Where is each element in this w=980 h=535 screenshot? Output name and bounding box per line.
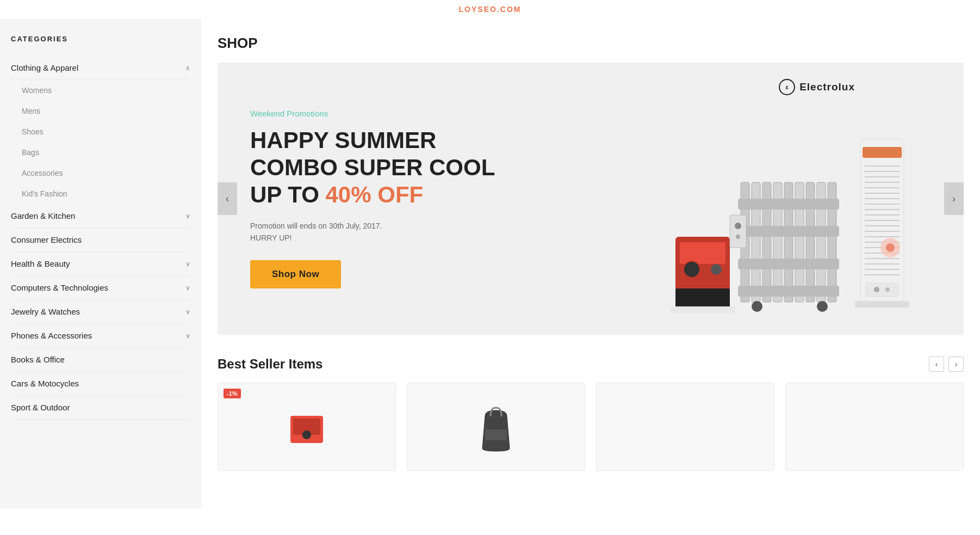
svg-point-24 <box>817 301 828 312</box>
top-bar: LOYSEO.COM <box>0 0 980 19</box>
carousel-arrow-left[interactable]: ‹ <box>218 182 237 215</box>
sub-item-shoes[interactable]: Shoes <box>22 121 190 142</box>
sidebar-item-sport-outdoor[interactable]: Sport & Outdoor <box>11 396 190 420</box>
site-name-text: LOYSEO <box>459 5 497 14</box>
product-card[interactable] <box>407 383 585 471</box>
svg-rect-53 <box>855 301 909 308</box>
svg-rect-17 <box>738 226 839 237</box>
svg-point-52 <box>885 287 890 292</box>
banner-carousel: ‹ Weekend Promotions HAPPY SUMMER COMBO … <box>218 63 964 335</box>
site-logo: LOYSEO.COM <box>459 5 522 14</box>
sub-item-mens[interactable]: Mens <box>22 101 190 121</box>
svg-point-23 <box>752 301 762 312</box>
product-image-area <box>407 383 585 470</box>
chevron-down-icon: ∨ <box>185 308 190 316</box>
chevron-down-icon: ∨ <box>185 284 190 292</box>
sidebar-item-jewelry-watches[interactable]: Jewelry & Watches ∨ <box>11 300 190 324</box>
svg-rect-18 <box>738 259 839 269</box>
categories-title: CATEGORIES <box>11 35 190 43</box>
sidebar-item-garden-kitchen[interactable]: Garden & Kitchen ∨ <box>11 204 190 228</box>
product-image <box>285 405 328 448</box>
product-image-area <box>786 383 963 470</box>
svg-rect-50 <box>866 283 898 297</box>
sidebar-item-health-beauty[interactable]: Health & Beauty ∨ <box>11 252 190 276</box>
product-image-area <box>218 383 395 470</box>
sidebar: CATEGORIES Clothing & Apparel ∧ Womens M… <box>0 19 201 508</box>
chevron-down-icon: ∨ <box>185 260 190 268</box>
brand-logo-icon: ε <box>779 79 795 95</box>
sidebar-item-cars-motocycles[interactable]: Cars & Motocycles <box>11 372 190 396</box>
chevron-down-icon: ∨ <box>185 212 190 220</box>
shop-now-button[interactable]: Shop Now <box>250 260 341 288</box>
chevron-right-icon: › <box>955 360 958 368</box>
main-layout: CATEGORIES Clothing & Apparel ∧ Womens M… <box>0 19 980 508</box>
chevron-left-icon: ‹ <box>226 193 229 205</box>
sidebar-item-label: Garden & Kitchen <box>11 211 75 220</box>
brand-name: Electrolux <box>799 81 855 93</box>
sidebar-item-label: Phones & Accessories <box>11 331 92 340</box>
svg-rect-4 <box>675 288 730 308</box>
svg-rect-19 <box>738 286 839 297</box>
best-seller-arrow-right[interactable]: › <box>948 356 964 372</box>
svg-rect-16 <box>738 199 839 210</box>
svg-rect-1 <box>680 242 725 264</box>
sidebar-item-label: Jewelry & Watches <box>11 307 80 316</box>
sidebar-item-label: Sport & Outdoor <box>11 403 70 412</box>
sidebar-item-label: Clothing & Apparel <box>11 63 78 72</box>
product-card[interactable] <box>785 383 964 471</box>
sidebar-item-books-office[interactable]: Books & Office <box>11 348 190 372</box>
best-seller-arrow-left[interactable]: ‹ <box>929 356 944 372</box>
sidebar-item-label: Books & Office <box>11 355 65 364</box>
product-image-area <box>597 383 774 470</box>
chevron-left-icon: ‹ <box>935 360 938 368</box>
chevron-up-icon: ∧ <box>185 64 190 72</box>
sub-item-bags[interactable]: Bags <box>22 142 190 163</box>
svg-point-21 <box>735 223 741 229</box>
sidebar-item-clothing-apparel[interactable]: Clothing & Apparel ∧ <box>11 56 190 80</box>
chevron-right-icon: › <box>952 193 956 205</box>
sidebar-item-computers-tech[interactable]: Computers & Technologies ∨ <box>11 276 190 300</box>
svg-rect-57 <box>485 429 507 440</box>
svg-point-3 <box>711 264 722 275</box>
product-card[interactable]: -1% <box>218 383 396 471</box>
svg-point-49 <box>886 243 895 252</box>
sub-item-kids-fashion[interactable]: Kid's Fashion <box>22 183 190 204</box>
sidebar-item-label: Cars & Motocycles <box>11 379 79 388</box>
chevron-down-icon: ∨ <box>185 332 190 340</box>
svg-rect-26 <box>863 147 902 158</box>
sub-item-womens[interactable]: Womens <box>22 80 190 101</box>
site-domain-text: .COM <box>497 5 522 14</box>
best-seller-title: Best Seller Items <box>218 356 322 372</box>
best-seller-arrows: ‹ › <box>929 356 964 372</box>
svg-point-56 <box>302 431 311 439</box>
page-title: SHOP <box>218 35 964 52</box>
sidebar-item-label: Health & Beauty <box>11 259 70 268</box>
sidebar-item-phones-accessories[interactable]: Phones & Accessories ∨ <box>11 324 190 348</box>
svg-point-51 <box>874 287 879 292</box>
best-seller-header: Best Seller Items ‹ › <box>218 356 964 372</box>
sidebar-item-label: Computers & Technologies <box>11 283 108 292</box>
sidebar-item-consumer-electrics[interactable]: Consumer Electrics <box>11 228 190 252</box>
svg-rect-20 <box>730 215 746 248</box>
svg-rect-6 <box>670 306 735 313</box>
banner-product-image: ε Electrolux <box>531 63 964 335</box>
product-card[interactable] <box>596 383 774 471</box>
product-image-bag <box>474 399 518 454</box>
svg-point-22 <box>736 235 740 239</box>
sidebar-item-label: Consumer Electrics <box>11 235 82 244</box>
content-area: SHOP ‹ Weekend Promotions HAPPY SUMMER C… <box>201 19 980 508</box>
brand-logo: ε Electrolux <box>779 79 855 95</box>
products-row: -1% <box>218 383 964 471</box>
svg-point-2 <box>684 261 700 278</box>
product-badge: -1% <box>224 389 241 398</box>
sub-items-clothing: Womens Mens Shoes Bags Accessories Kid's… <box>11 80 190 204</box>
heater-products-svg <box>659 95 964 335</box>
carousel-arrow-right[interactable]: › <box>944 182 964 215</box>
sub-item-accessories[interactable]: Accessories <box>22 163 190 183</box>
